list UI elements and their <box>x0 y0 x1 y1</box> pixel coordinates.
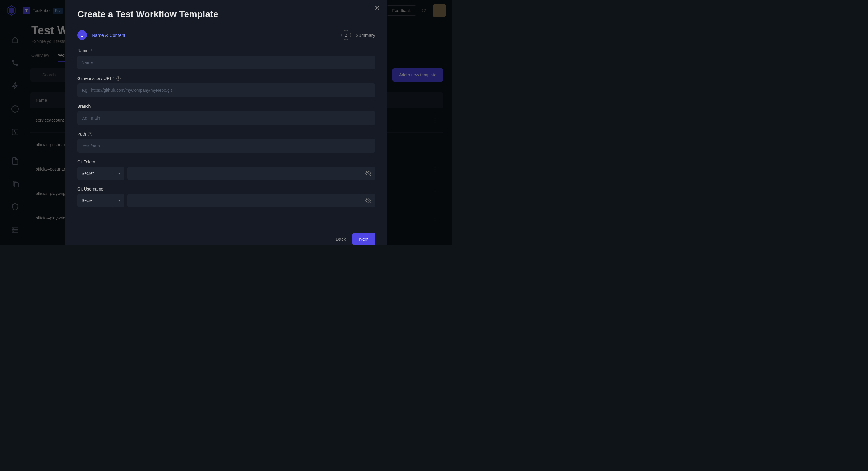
branch-label: Branch <box>77 104 375 109</box>
git-username-input[interactable] <box>127 194 375 207</box>
git-username-label: Git Username <box>77 187 375 191</box>
info-icon[interactable]: ? <box>88 132 92 136</box>
git-username-type-select[interactable]: Secret ▾ <box>77 194 124 207</box>
back-button[interactable]: Back <box>336 237 346 242</box>
git-uri-input[interactable] <box>77 83 375 97</box>
next-button[interactable]: Next <box>352 233 375 245</box>
info-icon[interactable]: ? <box>116 76 121 81</box>
name-input[interactable] <box>77 56 375 69</box>
step-1-label[interactable]: Name & Content <box>92 33 125 38</box>
modal-footer: Back Next <box>77 228 375 245</box>
modal-title: Create a Test Workflow Template <box>77 9 375 19</box>
select-value: Secret <box>82 171 94 176</box>
select-value: Secret <box>82 198 94 203</box>
git-token-label: Git Token <box>77 159 375 164</box>
step-1-bullet[interactable]: 1 <box>77 30 87 40</box>
required-mark: * <box>113 76 114 81</box>
name-label: Name* <box>77 48 375 53</box>
step-connector <box>130 35 336 35</box>
git-token-input[interactable] <box>127 167 375 180</box>
create-template-modal: ✕ Create a Test Workflow Template 1 Name… <box>65 0 387 245</box>
eye-off-icon[interactable] <box>366 170 371 176</box>
required-mark: * <box>90 48 92 53</box>
branch-input[interactable] <box>77 111 375 125</box>
path-input[interactable] <box>77 139 375 153</box>
git-uri-label: Git repository URI* ? <box>77 76 375 81</box>
step-2-label[interactable]: Summary <box>356 33 375 38</box>
path-label: Path ? <box>77 132 375 136</box>
eye-off-icon[interactable] <box>366 198 371 203</box>
stepper: 1 Name & Content 2 Summary <box>77 30 375 40</box>
form: Name* Git repository URI* ? Branch Path … <box>77 48 375 207</box>
chevron-down-icon: ▾ <box>118 171 120 176</box>
chevron-down-icon: ▾ <box>118 199 120 202</box>
step-2-bullet[interactable]: 2 <box>341 30 351 40</box>
close-icon[interactable]: ✕ <box>374 4 380 12</box>
git-token-type-select[interactable]: Secret ▾ <box>77 167 124 180</box>
